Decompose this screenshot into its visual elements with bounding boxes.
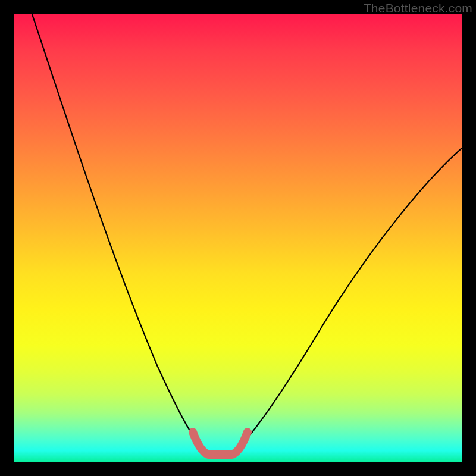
chart-svg xyxy=(14,14,462,462)
curve-right xyxy=(238,148,462,449)
chart-plot-area xyxy=(14,14,462,462)
watermark-text: TheBottleneck.com xyxy=(364,1,472,15)
chart-frame: TheBottleneck.com xyxy=(0,0,476,476)
trough-highlight xyxy=(193,432,248,455)
curve-left xyxy=(32,14,202,449)
